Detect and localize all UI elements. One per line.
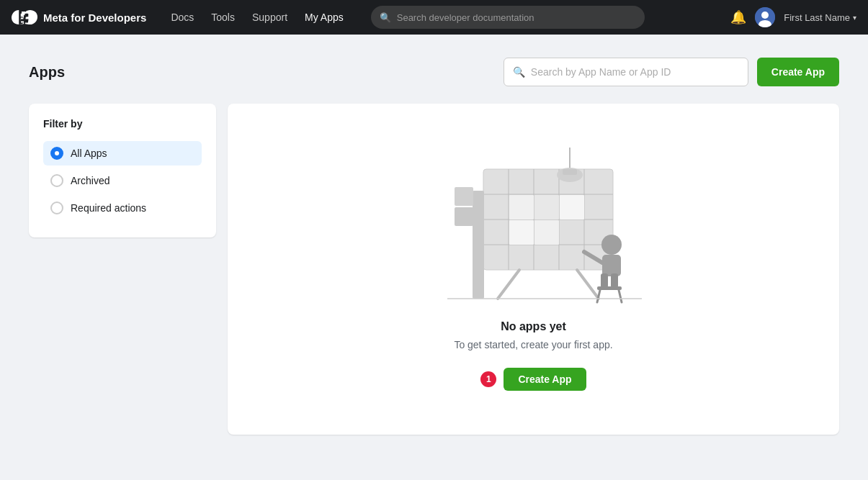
svg-rect-20 (563, 169, 577, 175)
svg-rect-11 (509, 220, 534, 245)
svg-point-1 (761, 12, 769, 19)
user-info[interactable]: First Last Name ▾ (784, 12, 856, 23)
navbar-right: 🔔 First Last Name ▾ (730, 7, 856, 27)
svg-rect-14 (534, 195, 559, 219)
site-logo[interactable]: Meta for Developers (12, 10, 146, 24)
page-header-right: 🔍 Create App (504, 58, 839, 86)
filter-panel: Filter by All Apps Archived Required act… (29, 104, 216, 237)
svg-rect-24 (611, 273, 618, 288)
nav-support[interactable]: Support (245, 7, 295, 27)
username-label: First Last Name (784, 12, 850, 23)
radio-required-actions (50, 201, 63, 214)
main-layout: Filter by All Apps Archived Required act… (29, 104, 839, 435)
page-header: Apps 🔍 Create App (29, 58, 839, 86)
empty-state-subtitle: To get started, create your first app. (454, 339, 612, 350)
svg-rect-31 (455, 207, 473, 226)
app-search-box[interactable]: 🔍 (504, 58, 748, 86)
svg-rect-29 (473, 191, 484, 299)
filter-archived-label: Archived (71, 175, 109, 186)
svg-point-21 (601, 235, 622, 255)
nav-docs[interactable]: Docs (164, 7, 201, 27)
navbar: Meta for Developers Docs Tools Support M… (0, 0, 868, 35)
nav-my-apps[interactable]: My Apps (297, 7, 351, 27)
svg-rect-23 (601, 273, 608, 288)
svg-line-27 (597, 290, 600, 302)
filter-archived[interactable]: Archived (43, 168, 202, 193)
nav-tools[interactable]: Tools (204, 7, 242, 27)
empty-create-app-button[interactable]: Create App (504, 368, 586, 391)
filter-required-actions[interactable]: Required actions (43, 196, 202, 220)
svg-line-16 (498, 270, 519, 299)
svg-line-17 (577, 270, 599, 299)
empty-state: No apps yet To get started, create your … (390, 119, 678, 420)
radio-all-apps (50, 147, 63, 160)
empty-cta: 1 Create App (480, 368, 586, 391)
svg-rect-15 (509, 195, 534, 219)
svg-rect-30 (455, 187, 473, 206)
chevron-down-icon: ▾ (853, 14, 856, 22)
app-search-icon: 🔍 (513, 66, 525, 78)
cta-badge: 1 (480, 371, 496, 387)
svg-rect-22 (602, 255, 621, 276)
svg-line-28 (619, 290, 622, 302)
avatar[interactable] (755, 7, 775, 27)
create-app-button[interactable]: Create App (757, 58, 839, 86)
search-icon: 🔍 (380, 12, 391, 23)
filter-title: Filter by (43, 118, 202, 130)
logo-text: Meta for Developers (43, 12, 146, 24)
svg-rect-12 (534, 220, 559, 245)
page-title: Apps (29, 64, 65, 81)
filter-required-actions-label: Required actions (71, 202, 146, 214)
empty-illustration (419, 148, 649, 306)
svg-rect-13 (560, 195, 584, 219)
radio-archived (50, 174, 63, 187)
filter-all-apps-label: All Apps (71, 148, 107, 159)
navbar-links: Docs Tools Support My Apps (164, 7, 350, 27)
notification-bell-icon[interactable]: 🔔 (730, 9, 746, 25)
page-content: Apps 🔍 Create App Filter by All Apps Arc… (0, 35, 868, 458)
app-search-input[interactable] (531, 66, 739, 78)
navbar-search-container: 🔍 (371, 6, 645, 29)
search-input[interactable] (397, 12, 636, 23)
filter-all-apps[interactable]: All Apps (43, 141, 202, 166)
apps-panel: No apps yet To get started, create your … (228, 104, 839, 435)
empty-state-title: No apps yet (501, 320, 566, 333)
